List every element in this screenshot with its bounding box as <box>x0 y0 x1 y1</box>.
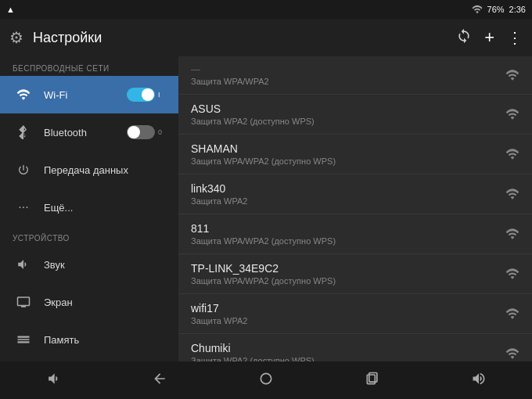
network-info-0: — Защита WPA/WPA2 <box>191 64 505 86</box>
more-label: Ещё... <box>44 202 166 214</box>
volume-down-button[interactable] <box>27 365 80 397</box>
network-name-0: — <box>191 64 505 75</box>
more-options-icon[interactable]: ⋮ <box>507 28 523 47</box>
network-wifi-icon-5 <box>505 268 519 280</box>
network-wifi-icon-3 <box>505 188 519 200</box>
bt-toggle-container: 0 <box>127 125 166 139</box>
network-name-3: link340 <box>191 182 505 195</box>
screen-icon <box>13 295 34 309</box>
status-right: 76% 2:36 <box>472 5 526 14</box>
network-wifi-icon-2 <box>505 148 519 160</box>
sidebar-item-bluetooth[interactable]: Bluetooth 0 <box>0 113 178 151</box>
network-security-1: Защита WPA2 (доступно WPS) <box>191 117 505 126</box>
section-wireless-header: БЕСПРОВОДНЫЕ СЕТИ <box>0 56 178 76</box>
network-info-4: 811 Защита WPA/WPA2 (доступно WPS) <box>191 222 505 246</box>
sound-icon <box>13 257 34 271</box>
network-name-2: SHAMAN <box>191 142 505 155</box>
wifi-status-icon <box>472 5 483 14</box>
network-name-4: 811 <box>191 222 505 235</box>
recents-button[interactable] <box>346 365 399 397</box>
svg-point-0 <box>261 373 271 383</box>
top-bar-icons: + ⋮ <box>456 27 523 48</box>
time-text: 2:36 <box>509 5 526 14</box>
network-list: — Защита WPA/WPA2 ASUS Защита WPA2 (дост… <box>178 56 532 361</box>
network-wifi-icon-1 <box>505 108 519 120</box>
network-name-5: TP-LINK_34E9C2 <box>191 262 505 275</box>
network-info-2: SHAMAN Защита WPA/WPA2 (доступно WPS) <box>191 142 505 166</box>
network-item-2[interactable]: SHAMAN Защита WPA/WPA2 (доступно WPS) <box>178 135 532 174</box>
data-label: Передача данных <box>44 164 166 176</box>
network-info-7: Chumiki Защита WPA2 (доступно WPS) <box>191 342 505 361</box>
network-item-4[interactable]: 811 Защита WPA/WPA2 (доступно WPS) <box>178 214 532 254</box>
wifi-toggle-container: I <box>127 88 166 102</box>
network-wifi-icon-7 <box>505 347 519 360</box>
wifi-icon <box>13 88 34 101</box>
network-security-6: Защита WPA2 <box>191 316 505 325</box>
home-button[interactable] <box>239 365 293 397</box>
network-security-0: Защита WPA/WPA2 <box>191 77 505 86</box>
sidebar: БЕСПРОВОДНЫЕ СЕТИ Wi-Fi I <box>0 56 178 361</box>
bluetooth-toggle[interactable] <box>127 125 155 139</box>
wifi-toggle[interactable] <box>127 88 155 102</box>
page-title: Настройки <box>33 30 447 46</box>
network-info-1: ASUS Защита WPA2 (доступно WPS) <box>191 102 505 126</box>
sidebar-item-more[interactable]: ··· Ещё... <box>0 189 178 226</box>
network-security-3: Защита WPA2 <box>191 196 505 206</box>
sidebar-item-screen[interactable]: Экран <box>0 283 178 321</box>
network-security-4: Защита WPA/WPA2 (доступно WPS) <box>191 236 505 246</box>
bt-toggle-label: 0 <box>158 128 166 136</box>
volume-up-button[interactable] <box>452 365 505 397</box>
status-bar: ▲ 76% 2:36 <box>0 0 532 19</box>
network-item-1[interactable]: ASUS Защита WPA2 (доступно WPS) <box>178 95 532 135</box>
network-wifi-icon-6 <box>505 307 519 320</box>
network-security-2: Защита WPA/WPA2 (доступно WPS) <box>191 156 505 166</box>
top-bar: ⚙ Настройки + ⋮ <box>0 19 532 56</box>
network-item-6[interactable]: wifi17 Защита WPA2 <box>178 294 532 334</box>
network-wifi-icon-4 <box>505 228 519 240</box>
bluetooth-toggle-knob <box>128 126 140 138</box>
network-security-7: Защита WPA2 (доступно WPS) <box>191 356 505 361</box>
bluetooth-label: Bluetooth <box>44 127 127 138</box>
sidebar-item-sound[interactable]: Звук <box>0 246 178 283</box>
main-layout: БЕСПРОВОДНЫЕ СЕТИ Wi-Fi I <box>0 56 532 361</box>
network-name-1: ASUS <box>191 102 505 115</box>
refresh-icon[interactable] <box>456 28 472 48</box>
battery-text: 76% <box>487 5 505 14</box>
sidebar-item-wifi[interactable]: Wi-Fi I <box>0 76 178 113</box>
sidebar-item-memory[interactable]: Память <box>0 321 178 358</box>
sound-label: Звук <box>44 259 166 271</box>
network-item-0[interactable]: — Защита WPA/WPA2 <box>178 56 532 95</box>
network-security-5: Защита WPA/WPA2 (доступно WPS) <box>191 276 505 286</box>
network-info-6: wifi17 Защита WPA2 <box>191 302 505 325</box>
memory-icon <box>13 332 34 347</box>
network-wifi-icon-0 <box>505 69 519 81</box>
section-device-header: УСТРОЙСТВО <box>0 226 178 246</box>
bottom-nav <box>0 361 532 399</box>
network-item-3[interactable]: link340 Защита WPA2 <box>178 174 532 214</box>
screen-label: Экран <box>44 297 166 308</box>
wifi-toggle-label: I <box>158 91 166 99</box>
gear-icon: ⚙ <box>9 28 23 47</box>
status-left: ▲ <box>6 5 15 14</box>
wifi-label: Wi-Fi <box>44 89 127 101</box>
network-name-7: Chumiki <box>191 342 505 354</box>
network-info-5: TP-LINK_34E9C2 Защита WPA/WPA2 (доступно… <box>191 262 505 286</box>
network-item-7[interactable]: Chumiki Защита WPA2 (доступно WPS) <box>178 334 532 361</box>
network-info-3: link340 Защита WPA2 <box>191 182 505 206</box>
more-icon: ··· <box>13 200 34 214</box>
network-name-6: wifi17 <box>191 302 505 315</box>
wifi-toggle-knob <box>142 88 154 101</box>
add-icon[interactable]: + <box>484 27 494 48</box>
sidebar-item-battery[interactable]: Батарея <box>0 358 178 361</box>
sidebar-item-data[interactable]: Передача данных <box>0 151 178 189</box>
back-button[interactable] <box>133 365 186 397</box>
bluetooth-icon <box>13 125 34 139</box>
data-icon <box>13 163 34 177</box>
status-arrow-icon: ▲ <box>6 5 15 14</box>
network-item-5[interactable]: TP-LINK_34E9C2 Защита WPA/WPA2 (доступно… <box>178 254 532 294</box>
memory-label: Память <box>44 334 166 346</box>
